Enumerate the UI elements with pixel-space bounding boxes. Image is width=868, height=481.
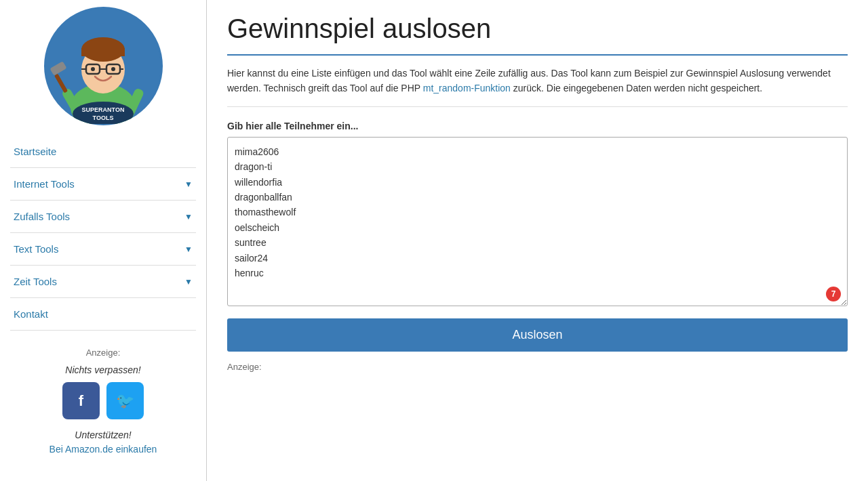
auslosen-button[interactable]: Auslosen (227, 318, 848, 352)
social-buttons: f 🐦 (7, 382, 199, 419)
nav-label-zufalls-tools: Zufalls Tools (14, 211, 70, 222)
unterstuetzen-text: Unterstützen! (7, 430, 199, 440)
navigation: Startseite Internet Tools ▼ Zufalls Tool… (0, 139, 206, 334)
nichts-verpassen-text: Nichts verpassen! (7, 364, 199, 375)
twitter-button[interactable]: 🐦 (106, 382, 144, 419)
mt-random-link[interactable]: mt_random-Funktion (423, 83, 511, 93)
main-content: Gewinnspiel auslosen Hier kannst du eine… (207, 0, 868, 481)
nav-item-text-tools[interactable]: Text Tools ▼ (10, 236, 196, 262)
anzeige-label-sidebar: Anzeige: (7, 348, 199, 358)
chevron-down-icon: ▼ (184, 212, 193, 222)
svg-point-11 (91, 67, 95, 71)
nav-item-startseite[interactable]: Startseite (10, 139, 196, 164)
svg-point-12 (111, 67, 115, 71)
logo-image: SUPERANTON TOOLS (44, 7, 163, 125)
chevron-down-icon: ▼ (184, 180, 193, 189)
nav-label-startseite: Startseite (14, 146, 56, 157)
nav-label-zeit-tools: Zeit Tools (14, 276, 57, 287)
participants-textarea[interactable]: mima2606 dragon-ti willendorfia dragonba… (227, 137, 848, 306)
nav-item-zufalls-tools[interactable]: Zufalls Tools ▼ (10, 204, 196, 229)
sidebar: SUPERANTON TOOLS Startseite Internet Too… (0, 0, 207, 481)
logo-area: SUPERANTON TOOLS (0, 7, 206, 125)
svg-text:SUPERANTON: SUPERANTON (82, 106, 125, 113)
chevron-down-icon: ▼ (184, 245, 193, 254)
nav-label-text-tools: Text Tools (14, 243, 58, 255)
svg-rect-5 (81, 48, 125, 56)
nav-item-zeit-tools[interactable]: Zeit Tools ▼ (10, 269, 196, 294)
amazon-link[interactable]: Bei Amazon.de einkaufen (50, 444, 157, 455)
description-text-2: zurück. Die eingegebenen Daten werden ni… (511, 83, 762, 93)
facebook-button[interactable]: f (62, 382, 100, 419)
nav-item-kontakt[interactable]: Kontakt (10, 301, 196, 327)
input-label: Gib hier alle Teilnehmer ein... (227, 121, 848, 131)
sidebar-bottom: Anzeige: Nichts verpassen! f 🐦 Unterstüt… (0, 348, 206, 455)
svg-text:TOOLS: TOOLS (93, 114, 114, 121)
description: Hier kannst du eine Liste einfügen und d… (227, 66, 848, 107)
anzeige-label-main: Anzeige: (227, 362, 848, 372)
nav-item-internet-tools[interactable]: Internet Tools ▼ (10, 171, 196, 196)
textarea-wrapper: mima2606 dragon-ti willendorfia dragonba… (227, 137, 848, 308)
page-title: Gewinnspiel auslosen (227, 14, 848, 56)
facebook-icon: f (79, 392, 83, 410)
twitter-icon: 🐦 (116, 392, 134, 410)
nav-label-internet-tools: Internet Tools (14, 178, 75, 190)
chevron-down-icon: ▼ (184, 277, 193, 287)
nav-label-kontakt: Kontakt (14, 308, 48, 320)
spell-check-badge: 7 (826, 287, 841, 301)
